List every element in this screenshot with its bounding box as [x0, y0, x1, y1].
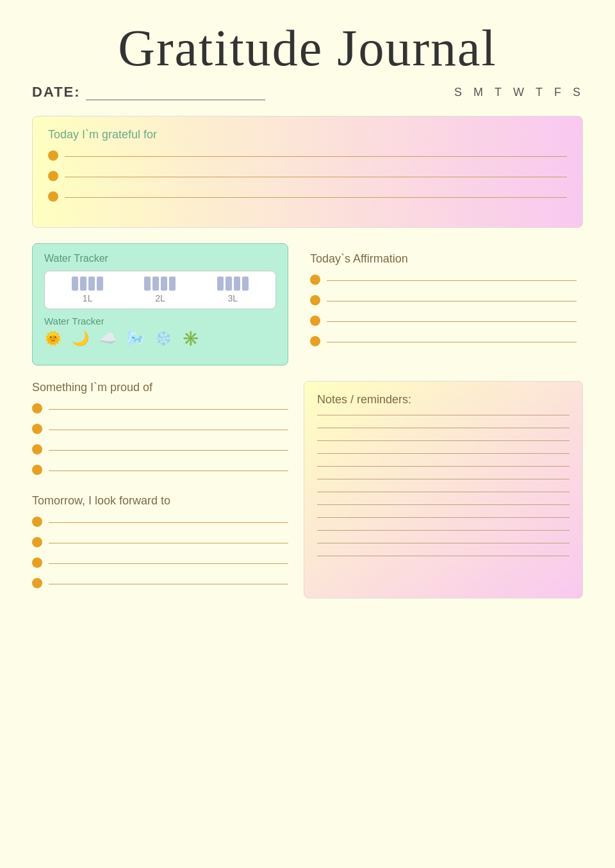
glass-bars-2L: [144, 277, 176, 291]
proud-underline-4[interactable]: [49, 469, 288, 471]
bullet-dot-2: [48, 171, 58, 181]
weather-title: Water Tracker: [44, 316, 276, 326]
bar: [72, 277, 78, 291]
proud-dot-2: [32, 424, 42, 434]
proud-line-3: [32, 444, 288, 454]
proud-underline-3[interactable]: [49, 448, 288, 451]
affirmation-underline-1[interactable]: [327, 278, 577, 281]
glass-bars-1L: [72, 277, 103, 291]
forward-underline-4[interactable]: [49, 582, 288, 584]
days-of-week: S M T W T F S: [454, 86, 583, 100]
water-label-2L: 2L: [155, 293, 165, 303]
snow-icon[interactable]: ❄️: [154, 330, 172, 347]
forward-dot-2: [32, 537, 42, 547]
star-icon[interactable]: ✳️: [182, 330, 199, 347]
affirmation-line-4: [310, 336, 577, 346]
weather-icons-row: 🌞 🌙 ☁️ 🌬️ ❄️ ✳️: [44, 330, 276, 347]
affirmation-line-2: [310, 295, 577, 305]
grateful-section: Today I`m grateful for: [32, 116, 583, 228]
affirmation-underline-2[interactable]: [327, 299, 577, 301]
notes-line-9[interactable]: [317, 517, 570, 518]
water-label-3L: 3L: [228, 293, 238, 303]
bullet-dot-1: [48, 150, 58, 161]
forward-underline-1[interactable]: [49, 520, 288, 523]
date-row: DATE: S M T W T F S: [32, 84, 583, 103]
proud-dot-3: [32, 444, 42, 454]
forward-dot-1: [32, 517, 42, 527]
proud-dot-4: [32, 465, 42, 475]
notes-line-8[interactable]: [317, 504, 570, 505]
forward-section: Tomorrow, I look forward to: [32, 494, 288, 588]
proud-line-1: [32, 403, 288, 414]
grateful-underline-1[interactable]: [65, 154, 567, 157]
water-glasses-row: 1L 2L 3L: [44, 271, 276, 309]
water-group-1L: 1L: [72, 277, 103, 303]
affirmation-dot-2: [310, 295, 320, 305]
date-underline[interactable]: [86, 98, 265, 100]
notes-line-10[interactable]: [317, 529, 570, 531]
affirmation-underline-3[interactable]: [327, 319, 577, 322]
notes-line-6[interactable]: [317, 478, 570, 479]
day-t2: T: [536, 86, 545, 99]
glass-bars-3L: [217, 277, 249, 291]
proud-section: Something I`m proud of: [32, 381, 288, 475]
forward-line-3: [32, 558, 288, 568]
forward-dot-3: [32, 558, 42, 568]
day-w: W: [513, 86, 527, 99]
bar: [88, 277, 95, 291]
notes-line-5[interactable]: [317, 465, 570, 467]
affirmation-underline-4[interactable]: [327, 340, 577, 342]
bar: [242, 277, 249, 291]
forward-line-4: [32, 578, 288, 588]
moon-icon[interactable]: 🌙: [72, 330, 89, 347]
affirmation-title: Today`s Affirmation: [310, 252, 577, 266]
notes-line-7[interactable]: [317, 491, 570, 492]
grateful-line-1: [48, 150, 567, 161]
wind-icon[interactable]: 🌬️: [127, 330, 144, 347]
page-title: Gratitude Journal: [32, 19, 583, 77]
notes-title: Notes / reminders:: [317, 393, 570, 406]
day-t1: T: [495, 86, 504, 99]
forward-underline-3[interactable]: [49, 561, 288, 564]
bar: [97, 277, 103, 291]
water-group-2L: 2L: [144, 277, 176, 303]
cloud-icon[interactable]: ☁️: [99, 330, 117, 347]
bar: [217, 277, 224, 291]
forward-title: Tomorrow, I look forward to: [32, 494, 288, 508]
notes-line-1[interactable]: [317, 414, 570, 415]
notes-line-11[interactable]: [317, 542, 570, 543]
bar: [169, 277, 176, 291]
day-m: M: [473, 86, 486, 99]
notes-line-4[interactable]: [317, 453, 570, 454]
notes-line-12[interactable]: [317, 555, 570, 556]
affirmation-line-1: [310, 275, 577, 285]
notes-line-2[interactable]: [317, 427, 570, 428]
grateful-underline-3[interactable]: [65, 195, 567, 198]
proud-line-4: [32, 465, 288, 475]
affirmation-dot-3: [310, 316, 320, 326]
bar: [80, 277, 86, 291]
bottom-row: Something I`m proud of Tomorrow, I look …: [32, 381, 583, 599]
notes-line-3[interactable]: [317, 440, 570, 441]
affirmation-dot-4: [310, 336, 320, 346]
forward-dot-4: [32, 578, 42, 588]
notes-box: Notes / reminders:: [304, 381, 583, 599]
day-f: F: [554, 86, 564, 99]
grateful-underline-2[interactable]: [65, 175, 567, 177]
bar: [161, 277, 167, 291]
bar: [152, 277, 159, 291]
proud-underline-1[interactable]: [49, 407, 288, 410]
sun-icon[interactable]: 🌞: [44, 330, 62, 347]
forward-underline-2[interactable]: [49, 541, 288, 543]
day-s1: S: [454, 86, 464, 99]
day-s2: S: [573, 86, 583, 99]
notes-lines: [317, 414, 570, 556]
water-group-3L: 3L: [217, 277, 249, 303]
forward-line-2: [32, 537, 288, 547]
bar: [234, 277, 240, 291]
proud-dot-1: [32, 403, 42, 414]
water-tracker-box: Water Tracker 1L 2L: [32, 243, 288, 366]
grateful-line-3: [48, 191, 567, 202]
middle-row: Water Tracker 1L 2L: [32, 243, 583, 366]
proud-underline-2[interactable]: [49, 428, 288, 430]
